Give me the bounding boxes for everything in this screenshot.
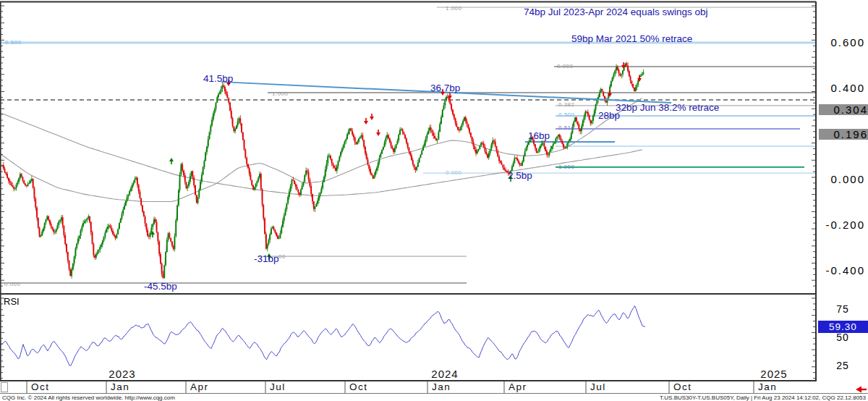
- rsi-panel-title: RSI: [4, 296, 20, 307]
- cqg-chart-window: RSI 59.30 CQG Inc. © 2024 All rights res…: [0, 0, 868, 401]
- candles-layer: [1, 62, 644, 279]
- status-bar-copyright: CQG Inc. © 2024 All rights reserved worl…: [2, 394, 175, 401]
- x-axis-month-label-9: Jan: [758, 381, 777, 392]
- status-bar-symbol-info: T.US.BUS30Y-T.US.BUS05Y, Daily | Fri Aug…: [660, 394, 866, 401]
- fib-level-label-0: 0.500: [5, 39, 22, 46]
- fib-level-label-6: 0.618: [558, 124, 575, 131]
- price-annotation-7: 2.5bp: [508, 170, 532, 181]
- fib-level-label-7: 1.000: [558, 164, 575, 170]
- x-axis-month-label-4: Oct: [349, 381, 368, 392]
- fib-level-label-3: 1.000: [272, 90, 289, 97]
- price-annotation-1: 59bp Mar 2021 50% retrace: [571, 33, 692, 44]
- fib-level-label-1: 1.000: [446, 5, 462, 12]
- scroll-handle-box[interactable]: [1, 383, 8, 392]
- axis-ticks: [1, 6, 815, 379]
- x-axis-month-label-1: Jan: [111, 381, 129, 392]
- fib-level-label-5: 0.500: [558, 111, 575, 118]
- x-axis-month-label-3: Jul: [270, 381, 286, 392]
- swing-markers-layer: [150, 62, 642, 260]
- price-annotation-6: 16bp: [528, 130, 550, 141]
- y-axis-price-label-0.400: 0.400: [817, 82, 865, 94]
- price-annotation-0: 74bp Jul 2023-Apr 2024 equals swings obj: [524, 7, 707, 17]
- axis-red-arrow-icon[interactable]: [856, 387, 867, 393]
- x-axis-year-label-2024: 2024: [431, 368, 458, 380]
- price-annotation-4: 32bp Jun 38.2% retrace: [616, 102, 719, 113]
- rsi-axis-tick-50: 50: [818, 332, 867, 343]
- rsi-axis-tick-25: 25: [818, 360, 867, 371]
- y-axis-price-label-0.000: 0.000: [817, 173, 865, 185]
- y-axis-highlighted-level-0.196: 0.196: [819, 129, 868, 140]
- rsi-line: [0, 306, 645, 366]
- x-axis-month-label-2: Apr: [190, 381, 209, 392]
- x-axis-year-label-2023: 2023: [109, 368, 135, 380]
- x-axis-month-label-7: Jul: [590, 381, 606, 392]
- price-annotation-8: -31bp: [254, 253, 279, 264]
- fib-level-label-10: 00: [278, 253, 286, 260]
- x-axis-year-label-2025: 2025: [760, 368, 787, 380]
- price-annotation-9: -45.5bp: [144, 281, 177, 292]
- x-axis-month-label-0: Oct: [31, 381, 50, 392]
- close-connector-line: [2, 63, 643, 278]
- y-axis-highlighted-level-0.304: 0.304: [819, 104, 868, 115]
- price-annotation-3: 36.7bp: [430, 83, 460, 93]
- fib-level-label-4: 0.382: [558, 101, 575, 108]
- chart-canvas[interactable]: [0, 0, 868, 401]
- fib-level-label-8: 0.000: [446, 169, 462, 176]
- x-axis-month-label-6: Apr: [509, 381, 527, 392]
- x-axis-month-label-5: Jan: [432, 381, 451, 392]
- fib-level-label-2: 0.000: [557, 63, 574, 69]
- rsi-axis-tick-75: 75: [818, 303, 867, 315]
- price-annotation-5: 28bp: [598, 110, 620, 121]
- y-axis-price-label-0.600: 0.600: [817, 36, 865, 48]
- y-axis-price-label--0.400: -0.400: [817, 264, 865, 277]
- x-axis-month-label-8: Oct: [673, 381, 692, 392]
- y-axis-price-label--0.200: -0.200: [817, 219, 865, 231]
- price-annotation-2: 41.5bp: [203, 73, 233, 84]
- panel-borders: [0, 1, 868, 394]
- fib-level-label-9: 0.000: [4, 281, 21, 287]
